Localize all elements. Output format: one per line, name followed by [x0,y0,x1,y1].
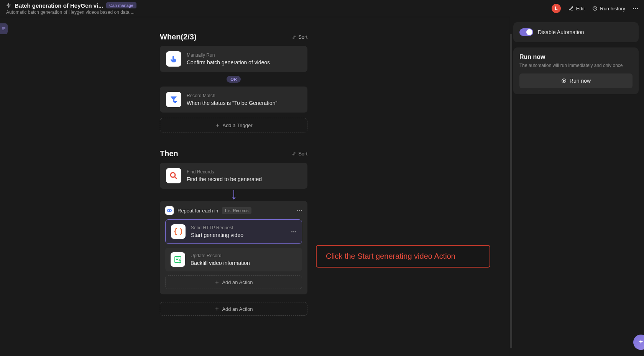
filter-icon [166,92,181,107]
sort-label: Sort [298,151,307,157]
header-left: Batch generation of HeyGen vi... Can man… [6,2,136,15]
run-history-button[interactable]: Run history [592,6,625,11]
svg-point-2 [171,173,175,177]
then-section-head: Then Sort [160,149,307,158]
title-row: Batch generation of HeyGen vi... Can man… [6,2,136,9]
when-section-head: When(2/3) Sort [160,33,307,41]
header-right: L Edit Run history [552,4,638,13]
disable-label: Disable Automation [538,29,584,35]
main: When(2/3) Sort Manually Run Confirm batc… [0,17,644,356]
trigger-manually-run[interactable]: Manually Run Confirm batch generation of… [160,46,307,72]
avatar[interactable]: L [552,4,561,13]
add-action-label: Add an Action [222,306,253,312]
disable-automation-card: Disable Automation [513,22,639,42]
card-body: Record Match When the status is "To be G… [187,93,301,106]
loop-icon [165,206,174,215]
right-panel: Disable Automation Run now The automatio… [510,17,644,356]
scrollbar[interactable] [510,34,512,348]
sort-label: Sort [298,34,307,40]
add-trigger-label: Add a Trigger [222,122,252,128]
card-body: Update Record Backfill video information [191,253,297,266]
automation-bolt-icon [6,3,12,8]
expand-sidebar-tab[interactable] [0,23,8,34]
run-history-label: Run history [600,6,625,11]
trigger-type: Manually Run [187,52,301,58]
action-start-generating-video[interactable]: Send HTTP Request Start generating video [165,219,302,244]
card-body: Send HTTP Request Start generating video [191,225,286,238]
loop-label: Repeat for each in [177,208,218,214]
callout-text: Click the Start generating video Action [326,252,455,260]
trigger-title: When the status is "To be Generation" [187,100,301,106]
when-title: When(2/3) [160,33,197,41]
then-section: Then Sort Find Records Find the record t… [160,149,307,316]
action-more-button[interactable] [291,231,296,232]
then-sort-button[interactable]: Sort [291,151,307,157]
when-sort-button[interactable]: Sort [291,34,307,40]
flow-connector [233,190,234,199]
workflow-column: When(2/3) Sort Manually Run Confirm batc… [160,33,307,316]
action-type: Send HTTP Request [191,225,286,230]
trigger-record-match[interactable]: Record Match When the status is "To be G… [160,87,307,113]
http-icon [171,224,186,239]
more-menu-button[interactable] [633,8,638,9]
disable-automation-toggle[interactable] [519,28,533,36]
add-action-label: Add an Action [222,279,253,285]
action-title: Find the record to be generated [187,176,301,182]
action-title: Backfill video information [191,260,297,266]
action-find-records[interactable]: Find Records Find the record to be gener… [160,163,307,189]
action-type: Find Records [187,169,301,175]
loop-container: Repeat for each in List Records Send HTT… [160,201,307,294]
run-now-card: Run now The automation will run immediat… [513,47,639,94]
then-title: Then [160,149,178,158]
update-record-icon [171,252,185,267]
run-now-button-label: Run now [570,78,591,84]
hand-tap-icon [166,51,181,67]
svg-rect-0 [174,101,177,102]
loop-more-button[interactable] [297,210,302,211]
action-backfill-video-info[interactable]: Update Record Backfill video information [165,248,302,271]
workflow-canvas[interactable]: When(2/3) Sort Manually Run Confirm batc… [0,17,510,356]
loop-source-pill[interactable]: List Records [222,207,251,214]
trigger-type: Record Match [187,93,301,98]
action-type: Update Record [191,253,297,258]
header: Batch generation of HeyGen vi... Can man… [0,0,644,17]
loop-header: Repeat for each in List Records [165,206,302,215]
permission-badge: Can manage [106,2,136,8]
add-trigger-button[interactable]: Add a Trigger [160,118,307,132]
page-subtitle: Automatic batch generation of Heygen vid… [6,10,136,15]
run-now-button[interactable]: Run now [519,73,632,88]
add-action-button[interactable]: Add an Action [160,302,307,316]
loop-add-action-button[interactable]: Add an Action [165,275,302,289]
edit-label: Edit [576,6,585,11]
run-now-title: Run now [519,54,632,60]
or-separator: OR [227,76,241,83]
edit-button[interactable]: Edit [568,6,585,11]
instruction-callout: Click the Start generating video Action [316,245,490,268]
page-title: Batch generation of HeyGen vi... [15,2,103,9]
trigger-title: Confirm batch generation of videos [187,59,301,65]
search-icon [166,168,181,183]
toggle-row: Disable Automation [519,28,632,36]
action-title: Start generating video [191,232,286,238]
card-body: Find Records Find the record to be gener… [187,169,301,182]
run-now-desc: The automation will run immediately and … [519,63,632,68]
svg-rect-1 [174,102,176,103]
card-body: Manually Run Confirm batch generation of… [187,52,301,65]
